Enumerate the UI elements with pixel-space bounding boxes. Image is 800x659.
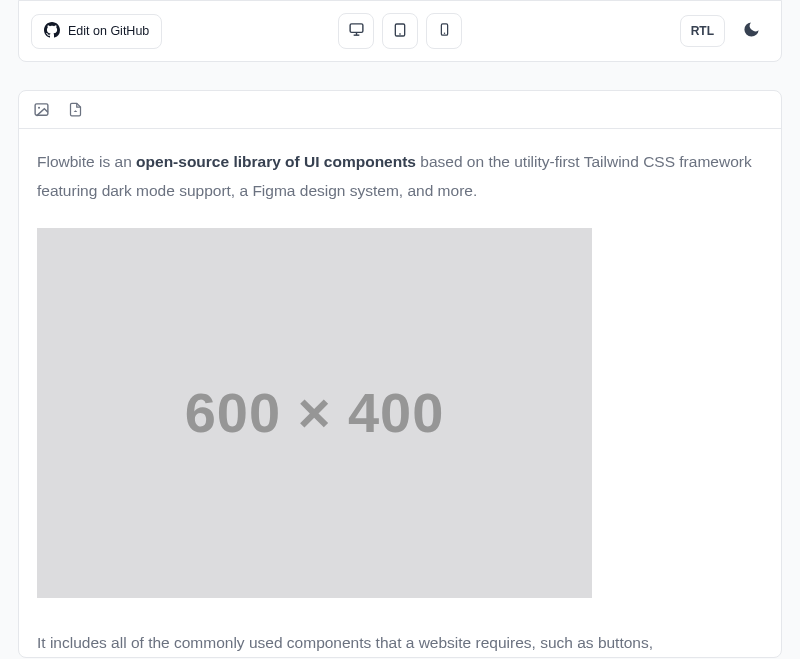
mobile-view-button[interactable] (426, 13, 462, 49)
editor-content[interactable]: Flowbite is an open-source library of UI… (19, 129, 781, 657)
second-paragraph: It includes all of the commonly used com… (37, 628, 763, 657)
intro-paragraph: Flowbite is an open-source library of UI… (37, 147, 763, 206)
moon-icon (742, 20, 761, 42)
edit-on-github-button[interactable]: Edit on GitHub (31, 14, 162, 49)
dark-mode-toggle-button[interactable] (733, 13, 769, 49)
image-placeholder[interactable]: 600 × 400 (37, 228, 592, 598)
svg-point-8 (38, 107, 40, 109)
editor-panel: Flowbite is an open-source library of UI… (18, 90, 782, 658)
top-toolbar: Edit on GitHub (18, 0, 782, 62)
github-icon (44, 22, 60, 41)
editor-mini-toolbar (19, 91, 781, 129)
rtl-label: RTL (691, 24, 714, 38)
edit-on-github-label: Edit on GitHub (68, 24, 149, 38)
placeholder-dimensions: 600 × 400 (185, 380, 445, 445)
tablet-view-button[interactable] (382, 13, 418, 49)
mobile-icon (437, 22, 452, 40)
svg-rect-0 (350, 24, 363, 32)
rtl-toggle-button[interactable]: RTL (680, 15, 725, 47)
insert-file-button[interactable] (68, 101, 83, 118)
file-icon (68, 101, 83, 118)
tablet-icon (392, 22, 408, 41)
para1-pre: Flowbite is an (37, 153, 136, 170)
desktop-icon (348, 21, 365, 41)
desktop-view-button[interactable] (338, 13, 374, 49)
image-icon (33, 101, 50, 118)
insert-image-button[interactable] (33, 101, 50, 118)
para1-bold: open-source library of UI components (136, 153, 416, 170)
